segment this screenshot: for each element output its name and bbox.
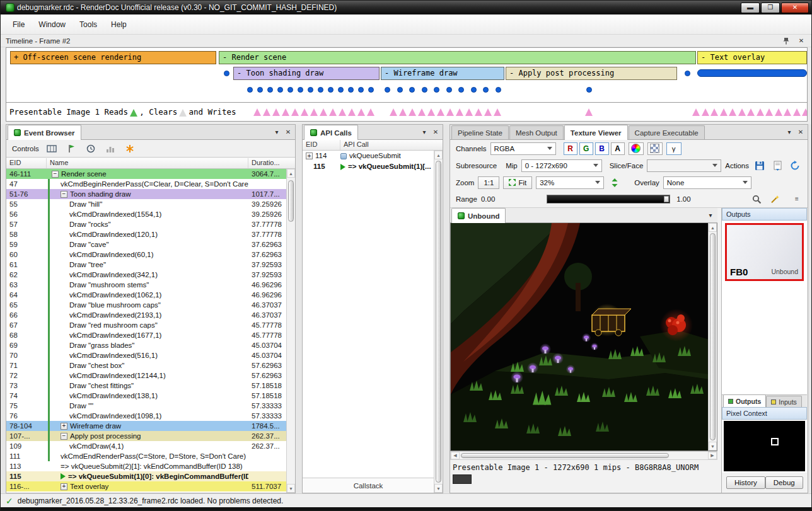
range-slider[interactable] [547,195,670,204]
usage-triangle[interactable] [456,108,463,116]
event-row[interactable]: 72vkCmdDrawIndexed(12144,1)57.62963 [6,370,286,381]
event-row[interactable]: 73Draw "chest fittings"57.18518 [6,381,286,391]
timeline-draw-dot[interactable] [586,87,592,93]
menu-help[interactable]: Help [104,18,134,32]
event-row[interactable]: 62vkCmdDrawIndexed(342,1)37.92593 [6,270,286,280]
timeline-draw-dot[interactable] [685,71,690,76]
refresh-icon[interactable] [788,159,802,172]
usage-triangle[interactable] [367,108,374,116]
overlay-select[interactable]: None [663,176,751,189]
history-button[interactable]: History [726,476,765,489]
range-options-icon[interactable]: ≡ [792,195,802,204]
event-row[interactable]: 56vkCmdDrawIndexed(1554,1)39.25926 [6,209,286,219]
timeline-draw-dot[interactable] [338,87,344,93]
timeline-draw-dot[interactable] [348,87,354,93]
timeline-draw-dot[interactable] [409,87,415,93]
event-row[interactable]: 59Draw "cave"37.62963 [6,239,286,250]
usage-triangle[interactable] [320,108,327,116]
close-icon[interactable]: ✕ [796,37,806,45]
event-row[interactable]: 70vkCmdDrawIndexed(516,1)45.03704 [6,350,286,360]
dock-close-icon[interactable]: ✕ [283,128,293,137]
scroll-right-icon[interactable]: ▶ [708,452,717,459]
usage-triangle[interactable] [272,108,280,116]
scroll-down-icon[interactable]: ▼ [434,484,443,493]
usage-triangle[interactable] [747,108,755,116]
event-row[interactable]: 46-111−Render scene3064.7... [6,169,286,179]
column-eid[interactable]: EID [303,140,340,150]
usage-triangle[interactable] [775,108,782,116]
usage-triangle[interactable] [409,108,416,116]
timeline-draw-dot[interactable] [397,87,403,93]
titlebar[interactable]: debugmarker.rdc - RenderDoc Unofficial r… [1,1,811,14]
usage-triangle[interactable] [757,108,764,116]
usage-triangle[interactable] [720,108,728,116]
event-row[interactable]: 75Draw ""57.33333 [6,401,286,411]
scroll-down-icon[interactable]: ▼ [709,442,717,451]
usage-triangle[interactable] [418,108,426,116]
menu-file[interactable]: File [6,18,32,32]
maximize-button[interactable]: ❒ [761,3,780,13]
event-row[interactable]: 78-104+Wireframe draw1784.5... [6,421,286,431]
usage-triangle[interactable] [710,108,718,116]
tab-event-browser[interactable]: Event Browser [8,125,81,140]
tab-unbound-texture[interactable]: Unbound [451,208,506,223]
usage-triangle[interactable] [390,108,397,116]
timeline-draw-dot[interactable] [247,87,253,93]
event-row[interactable]: 111vkCmdEndRenderPass(C=Store, D=Store, … [6,451,286,461]
event-row[interactable]: 58vkCmdDrawIndexed(120,1)37.77778 [6,229,286,239]
expand-toggle[interactable]: + [61,483,67,490]
column-duration[interactable]: Duratio... [248,158,295,168]
menu-window[interactable]: Window [32,18,72,32]
event-row[interactable]: 55Draw "hill"39.25926 [6,199,286,209]
tab-api-calls[interactable]: API Calls [304,125,358,140]
timeline-draw-dot[interactable] [434,87,439,93]
expand-toggle[interactable]: − [61,433,67,440]
pin-icon[interactable] [781,37,791,45]
channel-a-button[interactable]: A [611,142,625,155]
range-slider-handle[interactable] [664,196,669,202]
event-row[interactable]: 61Draw "tree"37.92593 [6,260,286,270]
usage-triangle[interactable] [692,108,700,116]
event-row[interactable]: 60vkCmdDrawIndexed(60,1)37.62963 [6,250,286,260]
tab-outputs[interactable]: Outputs [723,394,766,407]
background-color-swatch[interactable] [453,474,472,484]
scroll-up-icon[interactable]: ▲ [709,223,717,232]
timeline-draw-dot[interactable] [318,87,323,93]
column-api-call[interactable]: API Call [340,140,443,150]
timeline-panel[interactable]: + Off-screen scene rendering- Render sce… [6,47,808,122]
dock-menu-icon[interactable]: ▾ [784,128,794,137]
timeline-bar[interactable]: + Off-screen scene rendering [10,51,216,64]
usage-triangle[interactable] [282,108,289,116]
usage-triangle[interactable] [437,108,444,116]
save-icon[interactable] [753,159,767,172]
stats-chart-icon[interactable] [103,142,117,155]
event-row[interactable]: 71Draw "chest box"57.62963 [6,360,286,370]
minimize-button[interactable]: ▬ [741,3,760,13]
export-icon[interactable] [770,159,784,172]
dock-close-icon[interactable]: ✕ [796,128,806,137]
event-row[interactable]: 115=> vkQueueSubmit(1)[0]: vkBeginComman… [6,471,286,481]
bookmark-flag-icon[interactable] [64,142,78,155]
event-row[interactable]: 74vkCmdDrawIndexed(138,1)57.18518 [6,391,286,401]
usage-triangle[interactable] [339,108,346,116]
usage-triangle[interactable] [465,108,473,116]
dock-close-icon[interactable]: ✕ [431,128,441,137]
timeline-bar[interactable]: - Text overlay [697,51,807,64]
tab-pipeline-state[interactable]: Pipeline State [451,125,509,139]
event-browser-scrollbar[interactable]: ▲ ▼ [286,169,295,493]
scroll-thumb[interactable] [288,180,294,222]
usage-triangle[interactable] [585,108,593,116]
zoom-1to1-button[interactable]: 1:1 [478,176,499,189]
channel-r-button[interactable]: R [564,142,577,155]
timeline-draw-dot[interactable] [446,87,452,93]
debug-button[interactable]: Debug [765,476,803,489]
event-row[interactable]: 66vkCmdDrawIndexed(2193,1)46.37037 [6,310,286,320]
timeline-draw-dot[interactable] [496,87,501,93]
channel-b-button[interactable]: B [595,142,609,155]
timeline-draw-dot[interactable] [308,87,313,93]
timeline-draw-dot[interactable] [298,87,303,93]
texture-list-chevron-icon[interactable]: ▾ [705,211,716,220]
event-row[interactable]: 113=> vkQueueSubmit(2)[1]: vkEndCommandB… [6,461,286,471]
custom-color-button[interactable] [629,142,644,155]
usage-triangle[interactable] [784,108,791,116]
